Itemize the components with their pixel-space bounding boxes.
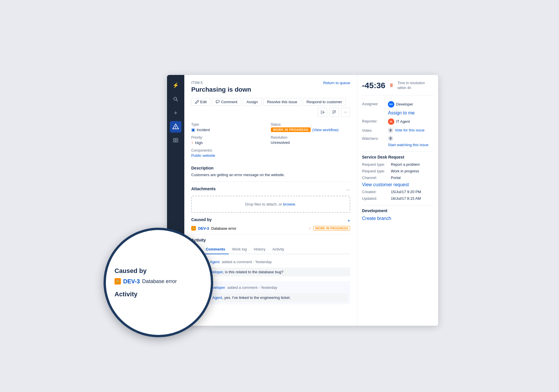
activity-title: Activity — [191, 238, 350, 242]
overlay-caused-by-label: Caused by — [115, 267, 202, 275]
service-desk-request-type-2: Request type: Work in progress — [362, 169, 434, 173]
reporter-avatar: IA — [388, 118, 394, 125]
resolve-button[interactable]: Resolve this issue — [263, 98, 301, 106]
respond-button[interactable]: Respond to customer — [303, 98, 346, 106]
pause-icon[interactable]: ⏸ — [389, 82, 394, 88]
svg-rect-7 — [173, 141, 175, 142]
reporter-name: IT Agent — [396, 119, 410, 124]
caused-by-status: WORK IN PROGRESS — [313, 226, 350, 231]
assignee-row: Assignee: DV Developer — [362, 101, 434, 108]
watchers-count: 0 — [388, 136, 393, 141]
updated-row: Updated: 16/Jul/17 8:15 AM — [362, 196, 434, 201]
votes-row: Votes: 0 Vote for this issue — [362, 128, 434, 133]
overlay-dev-link[interactable]: DEV-3 — [123, 278, 140, 285]
caused-by-section: Caused by + 🔒 DEV-3 Database error ↑ WOR… — [191, 217, 350, 234]
issue-id: ITSM-5 — [191, 81, 251, 85]
timer-section: -45:36 ⏸ Time to resolutionwithin 4h — [362, 81, 434, 95]
status-label: Status: — [271, 122, 350, 127]
created-row: Created: 15/Jul/17 9:20 PM — [362, 190, 434, 194]
assign-button[interactable]: Assign — [243, 98, 262, 106]
component-label: Component/s: — [191, 148, 271, 152]
description-text: Customers are getting an error message o… — [191, 173, 350, 182]
resolve-label: Resolve this issue — [267, 100, 297, 104]
updated-value: 16/Jul/17 8:15 AM — [391, 196, 421, 201]
sidebar-item-create[interactable]: + — [170, 107, 181, 119]
activity-tabs: All Comments Work log History Activity — [191, 245, 350, 254]
resolution-value: Unresolved — [271, 140, 350, 145]
updated-label: Updated: — [362, 196, 391, 201]
right-panel: -45:36 ⏸ Time to resolutionwithin 4h Ass… — [357, 75, 438, 326]
watchers-link[interactable]: Start watching this issue — [388, 143, 428, 147]
attachments-header: Attachments ··· — [191, 186, 350, 193]
component-value[interactable]: Public website — [191, 153, 271, 158]
caused-by-title: Caused by — [191, 217, 212, 222]
return-to-queue-link[interactable]: Return to queue — [323, 81, 350, 85]
type-value: ▣ Incident — [191, 127, 271, 132]
svg-rect-5 — [173, 138, 175, 140]
edit-button[interactable]: Edit — [191, 98, 210, 106]
created-value: 15/Jul/17 9:20 PM — [391, 190, 421, 194]
browse-link[interactable]: browse. — [283, 202, 296, 206]
share-button[interactable] — [318, 108, 327, 117]
drop-text: Drop files to attach, or — [245, 202, 282, 206]
attachments-more[interactable]: ··· — [346, 187, 350, 193]
priority-value: ↑ High — [191, 140, 271, 145]
create-branch-link[interactable]: Create branch — [362, 216, 391, 221]
service-desk-request-type-1: Request type: Report a problem — [362, 162, 434, 167]
assignee-name: Developer — [396, 102, 413, 106]
svg-rect-6 — [176, 138, 178, 140]
drop-zone[interactable]: Drop files to attach, or browse. — [191, 196, 350, 213]
votes-link[interactable]: Vote for this issue — [395, 128, 425, 132]
votes-label: Votes: — [362, 128, 388, 133]
customer-request-link[interactable]: View customer request — [362, 182, 409, 187]
caused-by-add[interactable]: + — [348, 218, 350, 223]
comment-button[interactable]: Comment — [212, 98, 241, 106]
action-bar: Edit Comment Assign Resolve this issue — [191, 98, 350, 117]
resolution-label: Resolution: — [271, 135, 350, 140]
assignee-label: Assignee: — [362, 101, 388, 106]
development-title: Development — [362, 205, 434, 213]
reporter-row: Reporter: IA IT Agent — [362, 118, 434, 125]
tab-history[interactable]: History — [250, 245, 269, 254]
status-value: WORK IN PROGRESS (View workflow) — [271, 127, 350, 132]
overlay-caused-by-text: Database error — [142, 278, 177, 284]
comment-item: ▾ IA IT Agent added a comment - Yesterda… — [191, 258, 350, 276]
flag-button[interactable] — [329, 108, 339, 117]
comment-body-2: IT Agent, yes. I've linked to the engine… — [204, 293, 348, 302]
priority-label: Priority: — [191, 135, 271, 140]
svg-rect-20 — [216, 100, 219, 103]
comment-body-1: Developer, is this related to the databa… — [202, 267, 350, 276]
tab-activity[interactable]: Activity — [269, 245, 288, 254]
workflow-link[interactable]: (View workflow) — [312, 128, 339, 132]
comment-item-2: ▾ DV Developer added a comment - Yesterd… — [191, 281, 350, 304]
caused-by-text: Database error — [211, 226, 237, 231]
more-options-button[interactable]: ··· — [341, 108, 350, 117]
overlay-caused-by-item: 🔒 DEV-3 Database error — [115, 278, 202, 285]
comment-meta-1: added a comment - Yesterday — [222, 260, 272, 264]
watchers-label: Watchers: — [362, 136, 388, 141]
reporter-label: Reporter: — [362, 118, 388, 123]
overlay-lock-icon: 🔒 — [115, 278, 121, 284]
overlay-activity-label: Activity — [115, 291, 202, 298]
watchers-row: Watchers: 0 Start watching this issue — [362, 136, 434, 147]
description-title: Description — [191, 166, 350, 170]
sidebar-item-search[interactable] — [170, 93, 181, 105]
fields-grid: Type: ▣ Incident Priority: ↑ Hi — [191, 122, 350, 161]
sidebar-item-brand[interactable] — [170, 121, 181, 133]
timer-label: Time to resolutionwithin 4h — [397, 81, 425, 91]
attachments-title: Attachments — [191, 186, 216, 191]
votes-count: 0 — [388, 128, 393, 133]
assignee-avatar: DV — [388, 101, 394, 108]
created-label: Created: — [362, 190, 391, 194]
comment-meta-2: added a comment - Yesterday — [227, 285, 277, 290]
svg-point-4 — [175, 128, 176, 129]
assign-me-link[interactable]: Assign to me — [388, 110, 414, 115]
type-label: Type: — [191, 122, 271, 127]
respond-label: Respond to customer — [307, 100, 342, 104]
sidebar-item-boards[interactable] — [170, 135, 181, 146]
timer-value: -45:36 — [362, 81, 385, 90]
issue-title: Purchasing is down — [191, 86, 251, 93]
sidebar-item-lightning[interactable]: ⚡ — [170, 80, 181, 91]
tab-worklog[interactable]: Work log — [229, 245, 250, 254]
svg-line-1 — [177, 100, 178, 101]
